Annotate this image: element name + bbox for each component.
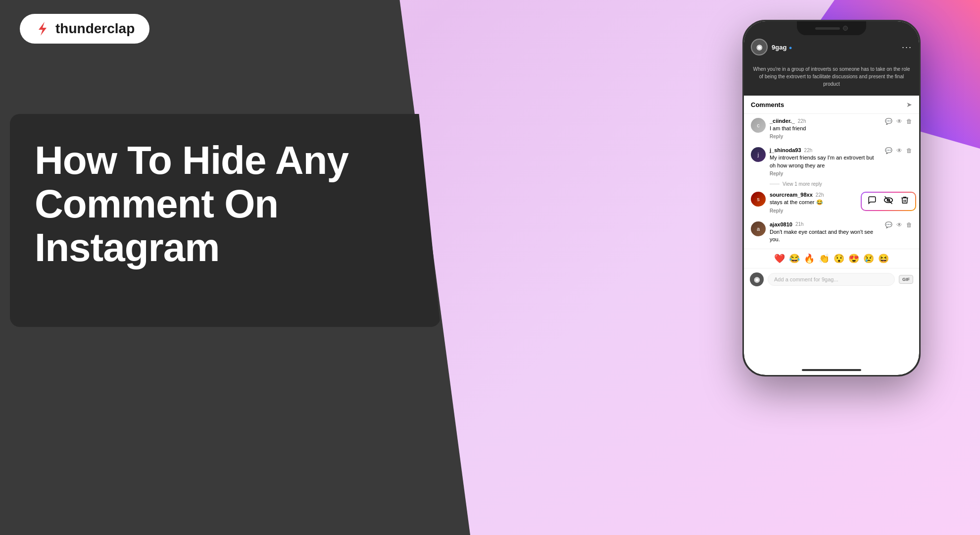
delete-action-button[interactable]	[900, 196, 909, 207]
emoji-reaction-row: ❤️ 😂 🔥 👏 😯 😍 😢 😆	[744, 249, 919, 268]
notch-speaker	[815, 27, 840, 30]
comment-icon[interactable]: 💬	[885, 118, 892, 125]
reply-button[interactable]: Reply	[770, 171, 881, 176]
home-indicator	[802, 369, 861, 371]
comment-meta: _ciinder._ 22h	[770, 118, 881, 124]
delete-icon[interactable]: 🗑	[906, 147, 912, 154]
avatar: a	[751, 221, 766, 236]
reply-button[interactable]: Reply	[770, 134, 881, 139]
comment-row: j j_shinoda93 22h My introvert friends s…	[744, 143, 919, 180]
comment-action-button[interactable]	[868, 196, 877, 207]
avatar: c	[751, 118, 766, 133]
account-avatar: ◉	[751, 39, 768, 55]
comment-meta: ajax0810 21h	[770, 221, 881, 227]
hide-action-button[interactable]	[883, 195, 893, 208]
ig-header-left: ◉ 9gag ●	[751, 39, 792, 55]
logo-container: thunderclap	[20, 14, 149, 44]
phone-mockup: ◉ 9gag ● ··· When you're in a group of i…	[742, 20, 921, 376]
highlighted-actions-bar	[861, 192, 916, 211]
emoji-fire[interactable]: 🔥	[804, 253, 815, 264]
comment-text: My introvert friends say I'm an extrover…	[770, 154, 881, 169]
gif-button[interactable]: GIF	[899, 275, 913, 284]
emoji-love[interactable]: 😍	[848, 253, 859, 264]
send-button[interactable]: ➤	[906, 101, 912, 108]
comment-icon[interactable]: 💬	[885, 147, 892, 154]
more-options-button[interactable]: ···	[902, 42, 912, 53]
comment-input-row: ◉ Add a comment for 9gag... GIF	[744, 268, 919, 290]
post-text: When you're in a group of introverts so …	[744, 61, 919, 96]
comment-action-icons: 💬 👁 🗑	[885, 147, 912, 154]
hide-icon[interactable]: 👁	[896, 147, 902, 154]
comment-content: ajax0810 21h Don't make eye contact and …	[770, 221, 881, 245]
comments-header: Comments ➤	[744, 96, 919, 114]
comment-content: _ciinder._ 22h I am that friend Reply	[770, 118, 881, 139]
main-heading: How To Hide Any Comment On Instagram	[35, 139, 371, 269]
brand-name: thunderclap	[55, 21, 135, 37]
phone-notch	[797, 21, 866, 35]
account-info: 9gag ●	[772, 43, 792, 52]
comment-meta: j_shinoda93 22h	[770, 147, 881, 153]
phone-screen: ◉ 9gag ● ··· When you're in a group of i…	[744, 21, 919, 375]
comment-row: a ajax0810 21h Don't make eye contact an…	[744, 217, 919, 249]
notch-camera	[843, 26, 848, 31]
emoji-haha[interactable]: 😆	[878, 253, 889, 264]
comments-title: Comments	[751, 101, 784, 108]
comment-input[interactable]: Add a comment for 9gag...	[768, 273, 895, 286]
divider-line	[770, 184, 780, 184]
hide-icon[interactable]: 👁	[896, 221, 902, 228]
comment-content: j_shinoda93 22h My introvert friends say…	[770, 147, 881, 176]
comment-row: c _ciinder._ 22h I am that friend Reply …	[744, 114, 919, 143]
avatar: j	[751, 147, 766, 162]
hide-icon[interactable]: 👁	[896, 118, 902, 125]
emoji-sad[interactable]: 😢	[863, 253, 874, 264]
comment-text: Don't make eye contact and they won't se…	[770, 228, 881, 244]
view-more-replies[interactable]: View 1 more reply	[744, 180, 919, 188]
svg-marker-0	[39, 22, 47, 36]
comment-action-icons: 💬 👁 🗑	[885, 118, 912, 125]
comment-text: I am that friend	[770, 125, 881, 132]
emoji-heart[interactable]: ❤️	[774, 253, 785, 264]
delete-icon[interactable]: 🗑	[906, 118, 912, 125]
emoji-wow[interactable]: 😯	[833, 253, 844, 264]
emoji-laugh[interactable]: 😂	[789, 253, 800, 264]
delete-icon[interactable]: 🗑	[906, 221, 912, 228]
avatar: s	[751, 192, 766, 207]
comment-action-icons: 💬 👁 🗑	[885, 221, 912, 228]
user-avatar-input: ◉	[750, 272, 764, 286]
heading-text: How To Hide Any Comment On Instagram	[35, 139, 371, 269]
comment-icon[interactable]: 💬	[885, 221, 892, 228]
emoji-clap[interactable]: 👏	[819, 253, 830, 264]
thunderclap-logo-icon	[35, 21, 50, 37]
comment-row-highlighted: s sourcream_98xx 22h stays at the corner…	[744, 188, 919, 217]
